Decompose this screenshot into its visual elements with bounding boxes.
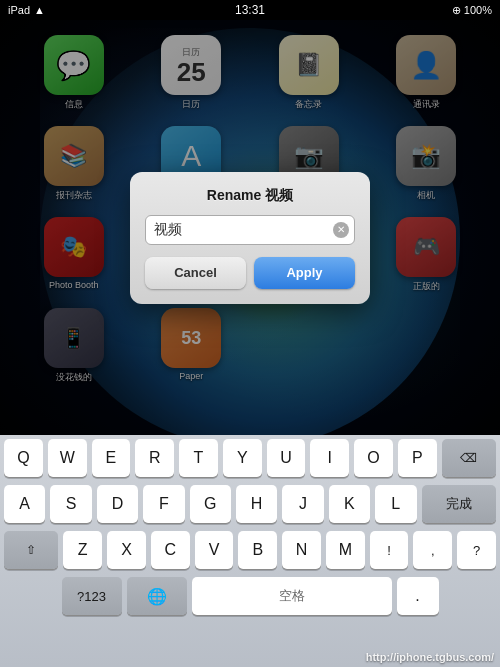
status-right: ⊕ 100% — [452, 4, 492, 17]
modal-overlay: Rename 视频 ✕ Cancel Apply — [0, 20, 500, 455]
key-b[interactable]: B — [238, 531, 277, 569]
done-key[interactable]: 完成 — [422, 485, 497, 523]
key-k[interactable]: K — [329, 485, 370, 523]
key-r[interactable]: R — [135, 439, 174, 477]
globe-key[interactable]: 🌐 — [127, 577, 187, 615]
key-o[interactable]: O — [354, 439, 393, 477]
key-d[interactable]: D — [97, 485, 138, 523]
key-a[interactable]: A — [4, 485, 45, 523]
carrier-label: iPad — [8, 4, 30, 16]
key-s[interactable]: S — [50, 485, 91, 523]
key-g[interactable]: G — [190, 485, 231, 523]
num-key[interactable]: ?123 — [62, 577, 122, 615]
shift-key[interactable]: ⇧ — [4, 531, 58, 569]
keyboard-row-1: Q W E R T Y U I O P ⌫ — [0, 435, 500, 481]
key-y[interactable]: Y — [223, 439, 262, 477]
key-v[interactable]: V — [195, 531, 234, 569]
key-x[interactable]: X — [107, 531, 146, 569]
key-f[interactable]: F — [143, 485, 184, 523]
key-comma[interactable]: , — [413, 531, 452, 569]
rename-input[interactable] — [145, 215, 355, 245]
cancel-button[interactable]: Cancel — [145, 257, 246, 289]
wifi-icon: ▲ — [34, 4, 45, 16]
key-p[interactable]: P — [398, 439, 437, 477]
key-question[interactable]: ? — [457, 531, 496, 569]
apply-button[interactable]: Apply — [254, 257, 355, 289]
backspace-key[interactable]: ⌫ — [442, 439, 496, 477]
battery-icon: ⊕ 100% — [452, 4, 492, 17]
input-clear-button[interactable]: ✕ — [333, 222, 349, 238]
home-screen: 💬 信息 日历 25 日历 📓 备忘录 👤 通讯录 📚 报刊 — [0, 20, 500, 455]
key-u[interactable]: U — [267, 439, 306, 477]
dialog-input-wrap: ✕ — [145, 215, 355, 245]
keyboard-row-2: A S D F G H J K L 完成 — [0, 481, 500, 527]
status-bar: iPad ▲ 13:31 ⊕ 100% — [0, 0, 500, 20]
dialog-buttons: Cancel Apply — [145, 257, 355, 289]
key-e[interactable]: E — [92, 439, 131, 477]
space-key[interactable]: 空格 — [192, 577, 392, 615]
keyboard: Q W E R T Y U I O P ⌫ A S D F G H J K L … — [0, 435, 500, 667]
key-l[interactable]: L — [375, 485, 416, 523]
time-display: 13:31 — [235, 3, 265, 17]
key-n[interactable]: N — [282, 531, 321, 569]
keyboard-row-4: ?123 🌐 空格 . — [0, 573, 500, 619]
status-left: iPad ▲ — [8, 4, 45, 16]
dialog-title: Rename 视频 — [145, 187, 355, 205]
rename-dialog: Rename 视频 ✕ Cancel Apply — [130, 172, 370, 304]
key-t[interactable]: T — [179, 439, 218, 477]
key-w[interactable]: W — [48, 439, 87, 477]
key-z[interactable]: Z — [63, 531, 102, 569]
key-m[interactable]: M — [326, 531, 365, 569]
key-c[interactable]: C — [151, 531, 190, 569]
watermark: http://iphone.tgbus.com/ — [366, 651, 494, 663]
ipad-screen: iPad ▲ 13:31 ⊕ 100% 💬 信息 日历 25 日历 — [0, 0, 500, 667]
keyboard-row-3: ⇧ Z X C V B N M ! , ? — [0, 527, 500, 573]
key-exclaim[interactable]: ! — [370, 531, 409, 569]
key-h[interactable]: H — [236, 485, 277, 523]
key-period[interactable]: . — [397, 577, 439, 615]
key-i[interactable]: I — [310, 439, 349, 477]
key-q[interactable]: Q — [4, 439, 43, 477]
key-j[interactable]: J — [282, 485, 323, 523]
watermark-text: http://iphone.tgbus.com/ — [366, 651, 494, 663]
